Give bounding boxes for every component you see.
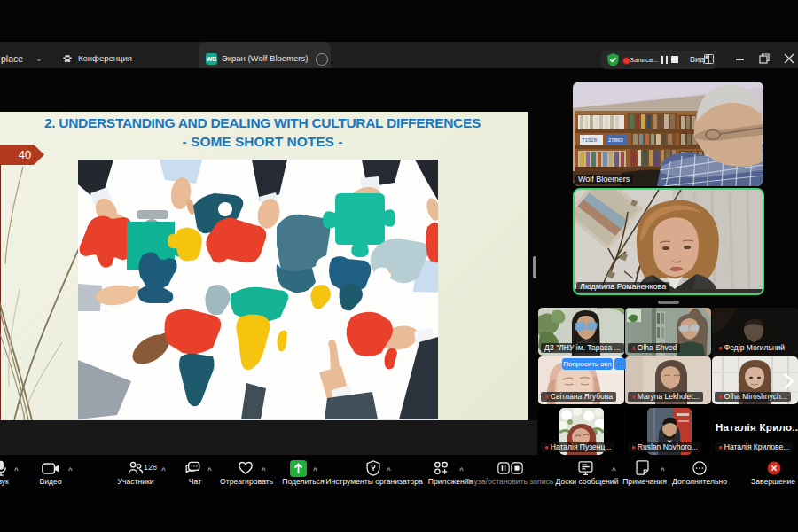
svg-text:T1528: T1528	[582, 137, 598, 143]
svg-text:27863: 27863	[608, 137, 623, 143]
